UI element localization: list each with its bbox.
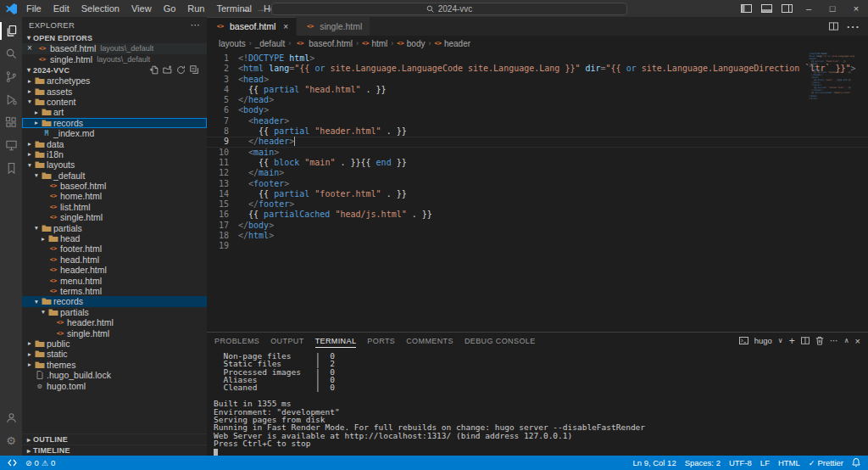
forward-icon[interactable]: → [256,3,265,14]
code-editor[interactable]: 1<!DOCTYPE html>2<html lang="{{ or site.… [207,51,868,332]
new-file-icon[interactable] [149,65,159,75]
open-editor-item[interactable]: ×<>baseof.htmllayouts\_default [22,43,207,54]
breadcrumb-item-header[interactable]: <>header [434,39,470,48]
breadcrumb-item-html[interactable]: <>html [362,39,387,48]
tree-item-list.html[interactable]: <>list.html [22,202,207,212]
more-actions-icon[interactable]: ⋯ [830,336,838,345]
accounts-icon[interactable] [0,406,22,429]
tree-item-header.html[interactable]: <>header.html [22,265,207,275]
code-line[interactable]: 6<body> [207,105,868,115]
tab-baseof.html[interactable]: <>baseof.html× [207,17,297,36]
tree-item-_index.md[interactable]: M_index.md [22,128,207,138]
menu-view[interactable]: View [125,0,158,17]
code-line[interactable]: 5</head> [207,95,868,105]
terminal-shell-label[interactable]: hugo [754,336,772,345]
status-indentation[interactable]: Spaces: 2 [681,456,725,470]
panel-tab-debug-console[interactable]: DEBUG CONSOLE [465,333,536,350]
more-actions-icon[interactable]: ⋯ [191,20,200,31]
tree-item-.hugo_build.lock[interactable]: .hugo_build.lock [22,370,207,380]
panel-tab-comments[interactable]: COMMENTS [406,333,453,350]
code-line[interactable]: 18</html> [207,231,868,241]
code-line[interactable]: 9 </header> [207,137,868,147]
activity-run-debug[interactable] [0,88,22,111]
menu-edit[interactable]: Edit [47,0,75,17]
code-line[interactable]: 1<!DOCTYPE html> [207,53,868,64]
new-terminal-icon[interactable]: + [789,335,795,347]
tab-single.html[interactable]: <>single.html [297,17,370,36]
tree-item-home.html[interactable]: <>home.html [22,191,207,201]
collapse-all-icon[interactable] [190,65,199,75]
toggle-panel-icon[interactable] [756,0,776,17]
tree-item-baseof.html[interactable]: <>baseof.html [22,181,207,191]
tree-item-art[interactable]: ▸art [22,107,207,117]
activity-remote-explorer[interactable] [0,134,22,157]
breadcrumb-item-layouts[interactable]: layouts [219,39,246,48]
back-icon[interactable]: ← [241,3,250,14]
terminal-output[interactable]: Non-page files | 0 Static files | 2 Proc… [207,350,868,456]
tree-item-i18n[interactable]: ▸i18n [22,149,207,159]
tree-item-content[interactable]: ▾content [22,97,207,107]
status-eol[interactable]: LF [756,456,774,470]
open-editor-item[interactable]: <>single.htmllayouts\_default [22,54,207,65]
code-line[interactable]: 17</body> [207,221,868,231]
breadcrumb-item-baseof.html[interactable]: <>baseof.html [294,39,353,48]
activity-extensions[interactable] [0,111,22,134]
tree-item-_default[interactable]: ▾_default [22,171,207,181]
search-input[interactable]: 2024-vvc [271,3,627,15]
code-line[interactable]: 8 {{ partial "header.html" . }} [207,126,868,137]
split-terminal-icon[interactable] [801,337,810,344]
status-cursor-position[interactable]: Ln 9, Col 12 [628,456,680,470]
minimize-button[interactable]: – [797,0,821,17]
close-icon[interactable]: × [283,22,288,31]
tree-item-single.html[interactable]: <>single.html [22,212,207,222]
status-formatter[interactable]: ✓Prettier [804,456,848,470]
close-icon[interactable]: × [27,44,36,53]
code-line[interactable]: 3<head> [207,75,868,85]
panel-tab-ports[interactable]: PORTS [367,333,395,350]
tree-item-records[interactable]: ▸records [22,118,207,128]
tree-item-layouts[interactable]: ▾layouts [22,159,207,170]
activity-search[interactable] [0,42,22,65]
tree-item-footer.html[interactable]: <>footer.html [22,243,207,254]
close-button[interactable]: × [844,0,868,17]
tree-item-themes[interactable]: ▸themes [22,360,207,370]
breadcrumb-item-body[interactable]: <>body [397,39,425,48]
tree-item-terms.html[interactable]: <>terms.html [22,286,207,296]
breadcrumb-item-_default[interactable]: _default [255,39,286,48]
code-line[interactable]: 12 </main> [207,168,868,178]
code-line[interactable]: 10 <main> [207,148,868,158]
tree-item-menu.html[interactable]: <>menu.html [22,275,207,285]
split-editor-icon[interactable] [829,22,838,31]
status-encoding[interactable]: UTF-8 [725,456,756,470]
menu-selection[interactable]: Selection [75,0,125,17]
remote-indicator[interactable] [3,456,21,470]
panel-tab-output[interactable]: OUTPUT [270,333,303,350]
code-line[interactable]: 19 [207,241,868,251]
tree-item-head[interactable]: ▸head [22,233,207,243]
code-line[interactable]: 11 {{ block "main" . }}{{ end }} [207,158,868,168]
tree-item-static[interactable]: ▸static [22,349,207,359]
outline-section[interactable]: ▸OUTLINE [22,434,207,445]
tree-item-partials[interactable]: ▾partials [22,307,207,317]
open-editors-header[interactable]: ▾ OPEN EDITORS [22,32,207,43]
panel-tab-problems[interactable]: PROBLEMS [214,333,259,350]
activity-source-control[interactable] [0,65,22,88]
panel-tab-terminal[interactable]: TERMINAL [315,333,357,350]
activity-explorer[interactable] [0,20,22,42]
code-line[interactable]: 2<html lang="{{ or site.Language.Languag… [207,64,868,74]
close-panel-icon[interactable]: × [855,336,860,346]
code-line[interactable]: 14 {{ partial "footer.html" . }} [207,189,868,199]
problems-indicator[interactable]: ⊘0 ⚠0 [21,456,59,470]
code-line[interactable]: 13 <footer> [207,179,868,189]
project-header[interactable]: ▾ 2024-VVC [22,64,207,76]
tree-item-records[interactable]: ▾records [22,296,207,306]
tree-item-archetypes[interactable]: ▸archetypes [22,76,207,86]
code-line[interactable]: 7 <header> [207,116,868,126]
maximize-button[interactable]: □ [821,0,844,17]
tree-item-head.html[interactable]: <>head.html [22,255,207,265]
activity-bookmarks[interactable] [0,157,22,180]
settings-gear-icon[interactable]: ⚙ [0,429,22,452]
code-line[interactable]: 15 </footer> [207,199,868,210]
more-actions-icon[interactable]: ⋯ [846,19,860,35]
code-line[interactable]: 16 {{ partialCached "head/js.html" . }} [207,210,868,220]
